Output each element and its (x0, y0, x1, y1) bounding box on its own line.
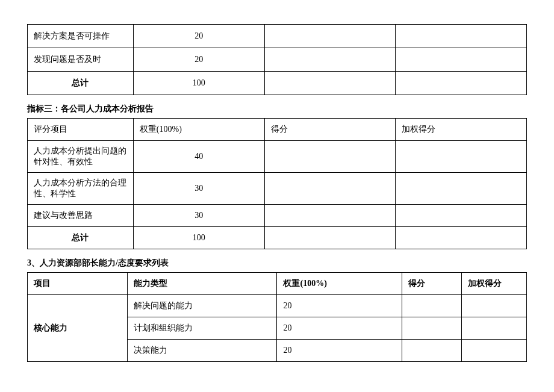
cell-group-label: 核心能力 (28, 295, 128, 362)
table-row: 发现问题是否及时 20 (28, 48, 527, 72)
cell-score (264, 72, 396, 95)
cell-total-label: 总计 (28, 227, 134, 249)
header-score: 得分 (402, 273, 461, 295)
cell-weight: 40 (133, 141, 264, 173)
section-heading-indicator-3: 指标三：各公司人力成本分析报告 (27, 104, 527, 114)
table-header-row: 评分项目 权重(100%) 得分 加权得分 (28, 119, 527, 141)
table-ability-requirements: 项目 能力类型 权重(100%) 得分 加权得分 核心能力 解决问题的能力 20… (27, 272, 527, 362)
cell-weighted (396, 72, 527, 95)
cell-total-label: 总计 (28, 72, 134, 95)
cell-ability-type: 计划和组织能力 (127, 317, 277, 340)
cell-ability-type: 解决问题的能力 (127, 295, 277, 317)
cell-weighted (462, 317, 527, 340)
cell-weighted (396, 141, 527, 173)
cell-weighted (462, 295, 527, 317)
table-evaluation-partial: 解决方案是否可操作 20 发现问题是否及时 20 总计 100 (27, 24, 527, 95)
header-item: 评分项目 (28, 119, 134, 141)
cell-score (264, 25, 396, 48)
header-weighted: 加权得分 (396, 119, 527, 141)
cell-score (264, 173, 396, 205)
table-row: 建议与改善思路 30 (28, 205, 527, 227)
header-ability-type: 能力类型 (127, 273, 277, 295)
cell-weight: 100 (133, 227, 264, 249)
table-row-total: 总计 100 (28, 227, 527, 249)
cell-weighted (396, 205, 527, 227)
cell-score (264, 205, 396, 227)
cell-weighted (462, 340, 527, 362)
section-heading-ability-list: 3、人力资源部部长能力/态度要求列表 (27, 258, 527, 269)
cell-score (402, 317, 461, 340)
cell-weight: 20 (133, 48, 264, 72)
cell-weighted (396, 48, 527, 72)
cell-item: 人力成本分析提出问题的针对性、有效性 (28, 141, 134, 173)
cell-score (402, 340, 461, 362)
cell-item: 人力成本分析方法的合理性、科学性 (28, 173, 134, 205)
table-row: 人力成本分析提出问题的针对性、有效性 40 (28, 141, 527, 173)
cell-weight: 30 (133, 205, 264, 227)
table-cost-analysis: 评分项目 权重(100%) 得分 加权得分 人力成本分析提出问题的针对性、有效性… (27, 118, 527, 249)
table-header-row: 项目 能力类型 权重(100%) 得分 加权得分 (28, 273, 527, 295)
cell-weight: 30 (133, 173, 264, 205)
cell-item: 发现问题是否及时 (28, 48, 134, 72)
table-row: 人力成本分析方法的合理性、科学性 30 (28, 173, 527, 205)
cell-score (264, 141, 396, 173)
cell-weight: 20 (133, 25, 264, 48)
header-weight: 权重(100%) (277, 273, 402, 295)
cell-weighted (396, 173, 527, 205)
header-weighted: 加权得分 (462, 273, 527, 295)
cell-ability-type: 决策能力 (127, 340, 277, 362)
cell-score (402, 295, 461, 317)
table-row: 解决方案是否可操作 20 (28, 25, 527, 48)
cell-item: 建议与改善思路 (28, 205, 134, 227)
cell-weight: 100 (133, 72, 264, 95)
cell-weight: 20 (277, 295, 402, 317)
cell-weighted (396, 227, 527, 249)
cell-weight: 20 (277, 317, 402, 340)
header-project: 项目 (28, 273, 128, 295)
table-row: 核心能力 解决问题的能力 20 (28, 295, 527, 317)
cell-score (264, 227, 396, 249)
cell-score (264, 48, 396, 72)
cell-weight: 20 (277, 340, 402, 362)
header-score: 得分 (264, 119, 396, 141)
cell-weighted (396, 25, 527, 48)
table-row-total: 总计 100 (28, 72, 527, 95)
header-weight: 权重(100%) (133, 119, 264, 141)
cell-item: 解决方案是否可操作 (28, 25, 134, 48)
